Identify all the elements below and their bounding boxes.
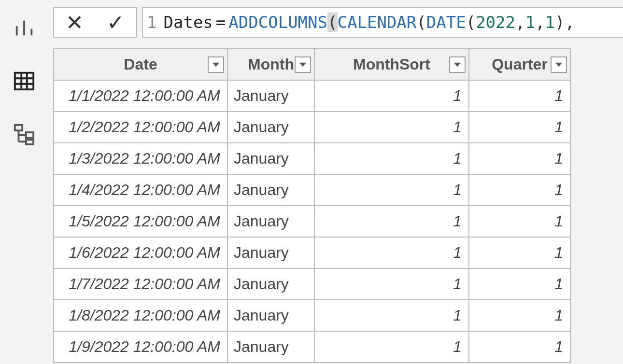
formula-fn-addcolumns: ADDCOLUMNS bbox=[228, 13, 327, 32]
cell-quarter[interactable]: 1 bbox=[469, 80, 570, 112]
cell-monthsort[interactable]: 1 bbox=[314, 268, 469, 300]
column-header-monthsort[interactable]: MonthSort bbox=[314, 49, 469, 80]
filter-button-quarter[interactable] bbox=[551, 56, 567, 73]
cell-month[interactable]: January bbox=[227, 206, 314, 237]
formula-comma-3: , bbox=[565, 13, 574, 32]
line-number: 1 bbox=[147, 13, 156, 32]
cell-date[interactable]: 1/9/2022 12:00:00 AM bbox=[54, 331, 227, 363]
cell-monthsort[interactable]: 1 bbox=[314, 112, 469, 143]
cancel-formula-button[interactable]: ✕ bbox=[54, 8, 95, 37]
cell-quarter[interactable]: 1 bbox=[469, 300, 570, 331]
main-area: ✕ ✓ 1 Dates = ADDCOLUMNS ( CALENDAR ( DA… bbox=[48, 0, 623, 364]
formula-month-arg: 1 bbox=[525, 13, 535, 32]
cell-month[interactable]: January bbox=[227, 112, 314, 143]
table-row[interactable]: 1/2/2022 12:00:00 AMJanuary11 bbox=[54, 112, 570, 143]
cell-month[interactable]: January bbox=[227, 143, 314, 174]
formula-comma-1: , bbox=[515, 13, 525, 32]
cell-month[interactable]: January bbox=[227, 174, 314, 206]
cell-monthsort[interactable]: 1 bbox=[314, 300, 469, 331]
cell-date[interactable]: 1/1/2022 12:00:00 AM bbox=[54, 80, 227, 112]
table-row[interactable]: 1/3/2022 12:00:00 AMJanuary11 bbox=[54, 143, 570, 174]
table-row[interactable]: 1/5/2022 12:00:00 AMJanuary11 bbox=[54, 206, 570, 237]
table-row[interactable]: 1/6/2022 12:00:00 AMJanuary11 bbox=[54, 237, 570, 268]
formula-year: 2022 bbox=[476, 13, 515, 32]
formula-row: ✕ ✓ 1 Dates = ADDCOLUMNS ( CALENDAR ( DA… bbox=[53, 7, 623, 38]
formula-actions: ✕ ✓ bbox=[53, 7, 137, 38]
cell-month[interactable]: January bbox=[227, 331, 314, 363]
cell-quarter[interactable]: 1 bbox=[469, 237, 570, 268]
filter-button-month[interactable] bbox=[295, 56, 311, 73]
cell-date[interactable]: 1/6/2022 12:00:00 AM bbox=[54, 237, 227, 268]
cell-date[interactable]: 1/5/2022 12:00:00 AM bbox=[54, 206, 227, 237]
table-row[interactable]: 1/1/2022 12:00:00 AMJanuary11 bbox=[54, 80, 570, 112]
formula-open-paren-1: ( bbox=[327, 13, 337, 32]
formula-open-paren-2: ( bbox=[416, 13, 426, 32]
cell-month[interactable]: January bbox=[227, 237, 314, 268]
data-view-button[interactable] bbox=[11, 68, 38, 94]
data-grid: Date Month MonthSort bbox=[53, 48, 571, 363]
cell-month[interactable]: January bbox=[227, 268, 314, 300]
column-label: Quarter bbox=[492, 56, 548, 73]
chevron-down-icon bbox=[454, 62, 461, 67]
cell-monthsort[interactable]: 1 bbox=[314, 206, 469, 237]
grid-body: 1/1/2022 12:00:00 AMJanuary111/2/2022 12… bbox=[54, 80, 570, 363]
model-view-button[interactable] bbox=[11, 121, 38, 147]
svg-rect-8 bbox=[15, 125, 22, 130]
cell-month[interactable]: January bbox=[227, 300, 314, 331]
x-icon: ✕ bbox=[66, 10, 84, 35]
cell-quarter[interactable]: 1 bbox=[469, 112, 570, 143]
grid-header: Date Month MonthSort bbox=[54, 49, 570, 80]
cell-monthsort[interactable]: 1 bbox=[314, 80, 469, 112]
formula-fn-date: DATE bbox=[426, 13, 466, 32]
column-label: Date bbox=[124, 56, 157, 73]
table-row[interactable]: 1/8/2022 12:00:00 AMJanuary11 bbox=[54, 300, 570, 331]
table-row[interactable]: 1/7/2022 12:00:00 AMJanuary11 bbox=[54, 268, 570, 300]
cell-month[interactable]: January bbox=[227, 80, 314, 112]
cell-monthsort[interactable]: 1 bbox=[314, 331, 469, 363]
formula-day-arg: 1 bbox=[545, 13, 554, 32]
formula-equals: = bbox=[216, 13, 226, 32]
cell-date[interactable]: 1/2/2022 12:00:00 AM bbox=[54, 112, 227, 143]
filter-button-date[interactable] bbox=[208, 56, 224, 73]
cell-quarter[interactable]: 1 bbox=[469, 206, 570, 237]
formula-comma-2: , bbox=[535, 13, 545, 32]
check-icon: ✓ bbox=[107, 10, 125, 35]
commit-formula-button[interactable]: ✓ bbox=[95, 8, 136, 37]
cell-date[interactable]: 1/8/2022 12:00:00 AM bbox=[54, 300, 227, 331]
cell-date[interactable]: 1/4/2022 12:00:00 AM bbox=[54, 174, 227, 206]
column-label: Month bbox=[248, 56, 294, 73]
cell-date[interactable]: 1/7/2022 12:00:00 AM bbox=[54, 268, 227, 300]
bar-chart-icon bbox=[13, 17, 35, 39]
column-header-month[interactable]: Month bbox=[227, 49, 314, 80]
formula-table-name: Dates bbox=[163, 13, 212, 32]
cell-quarter[interactable]: 1 bbox=[469, 143, 570, 174]
cell-quarter[interactable]: 1 bbox=[469, 331, 570, 363]
table-row[interactable]: 1/4/2022 12:00:00 AMJanuary11 bbox=[54, 174, 570, 206]
cell-date[interactable]: 1/3/2022 12:00:00 AM bbox=[54, 143, 227, 174]
cell-quarter[interactable]: 1 bbox=[469, 268, 570, 300]
table-icon bbox=[13, 70, 35, 92]
chevron-down-icon bbox=[212, 62, 219, 67]
chevron-down-icon bbox=[299, 62, 306, 67]
cell-quarter[interactable]: 1 bbox=[469, 174, 570, 206]
formula-fn-calendar: CALENDAR bbox=[338, 13, 417, 32]
svg-rect-9 bbox=[26, 132, 33, 138]
formula-bar[interactable]: 1 Dates = ADDCOLUMNS ( CALENDAR ( DATE (… bbox=[142, 7, 623, 38]
table-row[interactable]: 1/9/2022 12:00:00 AMJanuary11 bbox=[54, 331, 570, 363]
column-header-quarter[interactable]: Quarter bbox=[469, 49, 570, 80]
column-label: MonthSort bbox=[353, 56, 430, 73]
cell-monthsort[interactable]: 1 bbox=[314, 143, 469, 174]
cell-monthsort[interactable]: 1 bbox=[314, 174, 469, 206]
column-header-date[interactable]: Date bbox=[54, 49, 227, 80]
data-grid-wrap: Date Month MonthSort bbox=[53, 48, 623, 363]
formula-close-paren-1: ) bbox=[555, 13, 565, 32]
power-bi-data-view: ✕ ✓ 1 Dates = ADDCOLUMNS ( CALENDAR ( DA… bbox=[0, 0, 623, 364]
chevron-down-icon bbox=[555, 62, 562, 67]
svg-rect-3 bbox=[15, 72, 33, 89]
view-switcher bbox=[0, 0, 48, 364]
cell-monthsort[interactable]: 1 bbox=[314, 237, 469, 268]
filter-button-monthsort[interactable] bbox=[449, 56, 466, 73]
model-icon bbox=[13, 123, 35, 145]
report-view-button[interactable] bbox=[11, 14, 38, 41]
formula-open-paren-3: ( bbox=[466, 13, 476, 32]
